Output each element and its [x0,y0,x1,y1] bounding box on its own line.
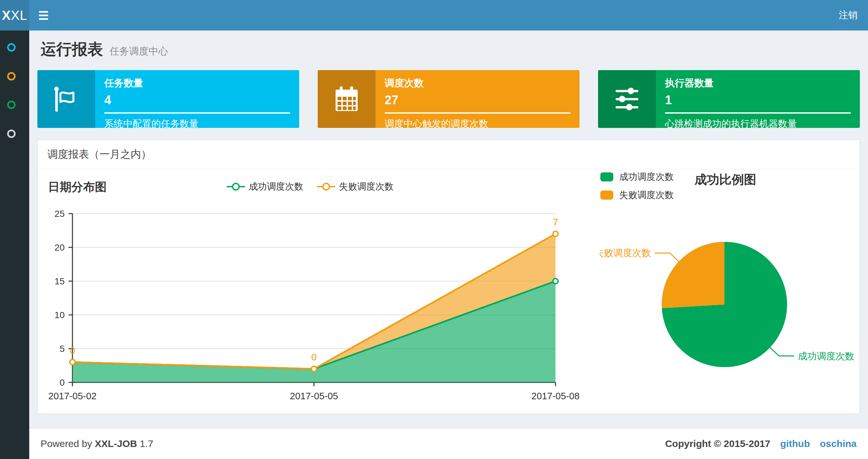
svg-text:7: 7 [553,217,558,227]
legend-label: 失败调度次数 [339,181,394,193]
pie-legend-item-success[interactable]: 成功调度次数 [600,171,674,183]
calendar-icon [318,70,375,128]
card-body: 任务数量 4 系统中配置的任务数量 [95,70,299,128]
card-divider [104,112,290,113]
sliders-icon [598,70,656,128]
svg-text:成功调度次数: 成功调度次数 [798,351,855,361]
logout-button[interactable]: 注销 [839,9,858,22]
top-navbar: XXL 注销 [0,0,868,31]
panel-title: 调度报表（一月之内） [38,140,860,169]
svg-text:2017-05-08: 2017-05-08 [531,391,580,401]
powered-by: Powered by XXL-JOB 1.7 [41,438,153,449]
card-job-count: 任务数量 4 系统中配置的任务数量 [37,70,299,128]
line-chart-header: 日期分布图 成功调度次数 [38,178,582,195]
svg-text:0: 0 [59,378,65,388]
success-ratio-pie-chart[interactable]: 成功调度次数失败调度次数 [600,199,860,407]
card-executor-count: 执行器数量 1 心跳检测成功的执行器机器数量 [598,70,860,128]
logo-rest: XL [11,8,27,23]
line-chart-column: 日期分布图 成功调度次数 [38,169,582,414]
card-value: 4 [104,93,290,107]
svg-text:25: 25 [55,209,65,219]
pie-chart-column: 成功调度次数 失败调度次数 成功比例图 成功调度次数失败调度次数 [600,169,860,414]
card-value: 1 [665,93,851,107]
card-label: 调度次数 [384,76,570,90]
hamburger-menu-icon[interactable] [29,0,58,31]
card-label: 执行器数量 [665,76,851,90]
sidebar-item-2[interactable] [0,64,29,93]
powered-prefix: Powered by [41,438,92,449]
card-description: 调度中心触发的调度次数 [384,118,570,128]
line-legend-marker-icon [316,182,336,192]
card-description: 系统中配置的任务数量 [104,118,290,128]
svg-text:2017-05-05: 2017-05-05 [290,391,338,401]
legend-item-success[interactable]: 成功调度次数 [226,181,303,193]
card-body: 执行器数量 1 心跳检测成功的执行器机器数量 [656,70,860,128]
card-divider [384,112,570,113]
version: 1.7 [140,438,153,449]
svg-text:2017-05-02: 2017-05-02 [49,391,96,401]
report-panel: 调度报表（一月之内） 日期分布图 成功调度次数 [37,139,860,414]
sidebar [0,31,29,459]
hamburger-bar [39,14,48,16]
navbar-right: 注销 [839,0,868,31]
card-trigger-count: 调度次数 27 调度中心触发的调度次数 [318,70,580,128]
page-title: 运行报表 [41,40,103,58]
legend-item-fail[interactable]: 失败调度次数 [316,181,394,193]
svg-text:失败调度次数: 失败调度次数 [600,248,651,258]
date-distribution-area-chart[interactable]: 05101520252017-05-022017-05-052017-05-08… [38,201,582,414]
svg-text:15: 15 [55,276,65,286]
orange-swatch-icon [600,191,613,200]
content-area: 运行报表 任务调度中心 任务数量 4 系统中配置的任务数量 [29,31,868,414]
sidebar-item-4[interactable] [0,121,29,150]
app-logo[interactable]: XXL [0,0,29,31]
circle-icon [7,43,16,52]
card-value: 27 [384,93,570,107]
page-header: 运行报表 任务调度中心 [37,31,860,60]
circle-icon [7,101,16,109]
line-legend-marker-icon [226,182,246,192]
pie-chart-title: 成功比例图 [694,171,756,188]
circle-icon [7,72,16,80]
footer: Powered by XXL-JOB 1.7 Copyright © 2015-… [29,428,868,459]
svg-text:10: 10 [55,310,65,320]
svg-text:0: 0 [70,345,75,356]
legend-label: 成功调度次数 [249,181,303,193]
copyright: Copyright © 2015-2017 [665,438,770,449]
card-description: 心跳检测成功的执行器机器数量 [665,118,851,128]
card-body: 调度次数 27 调度中心触发的调度次数 [375,70,580,128]
panel-body: 日期分布图 成功调度次数 [38,169,860,414]
logo-bold: X [2,8,11,23]
page-subtitle: 任务调度中心 [110,46,168,57]
github-link[interactable]: github [780,438,810,449]
stat-cards-row: 任务数量 4 系统中配置的任务数量 [37,70,860,128]
brand-name: XXL-JOB [95,438,137,449]
green-swatch-icon [600,172,613,182]
card-label: 任务数量 [104,76,290,90]
circle-icon [7,130,16,138]
line-chart-title: 日期分布图 [48,179,106,195]
svg-text:20: 20 [55,242,65,253]
svg-text:5: 5 [59,344,65,354]
hamburger-bar [39,11,48,13]
hamburger-bar [39,18,48,20]
card-divider [665,112,851,113]
flag-icon [37,70,95,128]
line-chart-legend: 成功调度次数 失败调度次数 [226,181,394,193]
sidebar-item-3[interactable] [0,92,29,121]
footer-right: Copyright © 2015-2017 github oschina [665,438,857,449]
sidebar-item-1[interactable] [0,35,29,64]
legend-label: 成功调度次数 [619,171,674,183]
oschina-link[interactable]: oschina [820,438,857,449]
svg-text:0: 0 [311,352,317,362]
